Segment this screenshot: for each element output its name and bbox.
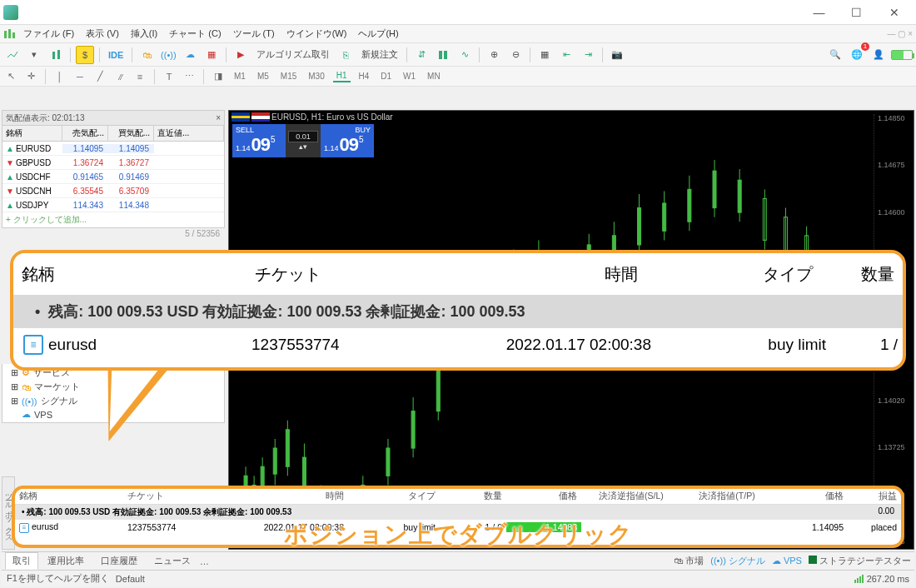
tf-h4[interactable]: H4 [356,71,373,82]
zoom-out-icon[interactable]: ⊖ [506,46,525,64]
tab-vps[interactable]: ☁ VPS [772,556,802,566]
user-icon[interactable]: 👤 [869,46,888,64]
shift-icon[interactable]: ⇤ [557,46,575,64]
tf-mn[interactable]: MN [424,71,444,82]
marketwatch-row[interactable]: ▲USDCHF0.914650.91469 [2,170,224,184]
fibo-icon[interactable]: ≡ [132,69,147,84]
one-click-lot[interactable]: ▴▾ [286,124,321,157]
close-button[interactable]: ✕ [875,1,913,24]
tf-w1[interactable]: W1 [400,71,419,82]
autotrading-label[interactable]: アルゴリズム取引 [253,47,333,62]
candle-icon[interactable] [47,46,65,64]
maximize-button[interactable]: ☐ [838,1,875,24]
crosshair-icon[interactable]: ✛ [23,69,38,84]
marketwatch-title: 気配値表示: 02:01:13× [2,110,225,125]
tf-m1[interactable]: M1 [231,71,249,82]
marketwatch-row[interactable]: ▲USDJPY114.343114.348 [2,198,224,212]
calendar-icon[interactable]: ▦ [202,46,221,64]
marketwatch-row[interactable]: ▲EURUSD1.140951.14095 [2,142,224,156]
svg-rect-4 [57,50,60,59]
tf-m30[interactable]: M30 [305,71,327,82]
equi-icon[interactable]: ⫽ [112,69,127,84]
tab-tester[interactable]: ストラテジーテスター [809,555,911,567]
neworder-label[interactable]: 新規注文 [358,47,401,62]
scroll-icon[interactable]: ⇥ [579,46,597,64]
camera-icon[interactable]: 📷 [608,46,626,64]
status-ping: 267.20 ms [854,574,909,584]
one-click-sell[interactable]: SELL 1.14095 [232,124,286,157]
svg-rect-3 [52,52,55,59]
menu-chart[interactable]: チャート (C) [164,26,226,42]
app-icon [3,5,18,20]
battery-icon [891,50,913,60]
bar-icon[interactable]: ▾ [25,46,43,64]
us-flag-icon [251,112,270,122]
marketwatch-body: ▲EURUSD1.140951.14095▼GBPUSD1.367241.367… [2,141,225,228]
cloud-icon[interactable]: ☁ [181,46,199,64]
text-icon[interactable]: T [162,69,177,84]
tab-signal[interactable]: ((•)) シグナル [710,555,765,567]
trendline-icon[interactable]: ╱ [92,69,107,84]
status-help: F1を押してヘルプを開く [7,572,109,585]
chart-candle-icon[interactable] [434,46,452,64]
toolbox-balance: • 残高: 100 009.53 USD 有効証拠金: 100 009.53 余… [15,505,901,520]
annotation-label: ポジション上でダブルクリック [0,519,916,551]
menu-window[interactable]: ウインドウ(W) [281,26,352,42]
tab-trade[interactable]: 取引 [5,552,38,570]
menu-file[interactable]: ファイル (F) [18,26,79,42]
ide-button[interactable]: IDE [105,48,127,62]
expand-icon[interactable]: ◨ [211,69,226,84]
search-icon[interactable]: 🔍 [826,46,844,64]
tf-d1[interactable]: D1 [377,71,395,82]
main-toolbar: ▾ $ IDE 🛍 ((•)) ☁ ▦ ▶ アルゴリズム取引 ⎘ 新規注文 ⇵ … [0,43,916,67]
tf-m15[interactable]: M15 [277,71,300,82]
neworder-icon[interactable]: ⎘ [336,46,355,64]
tab-news[interactable]: ニュース [147,552,198,570]
marketwatch-header: 銘柄売気配...買気配...直近値... [2,125,225,141]
tf-m5[interactable]: M5 [254,71,272,82]
tab-market[interactable]: 🛍 市場 [674,555,704,567]
status-profile[interactable]: Default [116,574,145,584]
zoom-in-icon[interactable]: ⊕ [485,46,503,64]
one-click-panel: SELL 1.14095 ▴▾ BUY 1.14095 [232,124,374,157]
signal-icon[interactable]: ((•)) [159,46,177,64]
hline-icon[interactable]: ─ [72,69,87,84]
menu-view[interactable]: 表示 (V) [81,26,124,42]
dollar-icon[interactable]: $ [76,46,94,64]
eu-flag-icon [231,112,250,122]
one-click-buy[interactable]: BUY 1.14095 [321,124,374,157]
chart-header: EURUSD, H1: Euro vs US Dollar [231,112,393,122]
objects-icon[interactable]: ⋯ [182,69,197,84]
callout-row[interactable]: ≡ eurusd 1237553774 2022.01.17 02:00:38 … [13,328,903,361]
tile-icon[interactable]: ▦ [535,46,554,64]
menu-insert[interactable]: 挿入(I) [126,26,162,42]
line-icon[interactable] [3,46,22,64]
menu-help[interactable]: ヘルプ(H) [353,26,403,42]
cursor-icon[interactable]: ↖ [3,69,18,84]
tf-h1[interactable]: H1 [333,70,351,82]
chart-bar-icon[interactable]: ⇵ [412,46,431,64]
marketwatch-row[interactable]: ▼USDCNH6.355456.35709 [2,184,224,198]
vline-icon[interactable]: │ [52,69,67,84]
tab-ratio[interactable]: 運用比率 [40,552,92,570]
marketwatch-row[interactable]: ▼GBPUSD1.367241.36727 [2,156,224,170]
marketwatch-add[interactable]: + クリックして追加... [2,212,224,227]
autotrading-icon[interactable]: ▶ [231,46,250,64]
callout-header-time: 時間 [413,263,646,286]
svg-rect-2 [12,32,15,38]
lot-input[interactable] [288,131,318,142]
globe-icon[interactable]: 🌐 [848,46,866,64]
menubar: ファイル (F) 表示 (V) 挿入(I) チャート (C) ツール (T) ウ… [0,25,916,43]
marketwatch-close-icon[interactable]: × [216,113,221,122]
callout-header-ticket: チケット [246,263,413,286]
titlebar: — ☐ ✕ [0,0,916,25]
toolbox-tabs: 取引 運用比率 口座履歴 ニュース … 🛍 市場 ((•)) シグナル ☁ VP… [2,551,914,570]
svg-rect-5 [439,51,442,59]
order-icon: ≡ [23,335,43,355]
minimize-button[interactable]: — [800,1,838,24]
market-icon[interactable]: 🛍 [137,46,156,64]
chart-line-icon[interactable]: ∿ [456,46,474,64]
menu-tool[interactable]: ツール (T) [228,26,280,42]
tab-history[interactable]: 口座履歴 [93,552,145,570]
marketwatch-footer: 5 / 52356 [2,228,225,239]
